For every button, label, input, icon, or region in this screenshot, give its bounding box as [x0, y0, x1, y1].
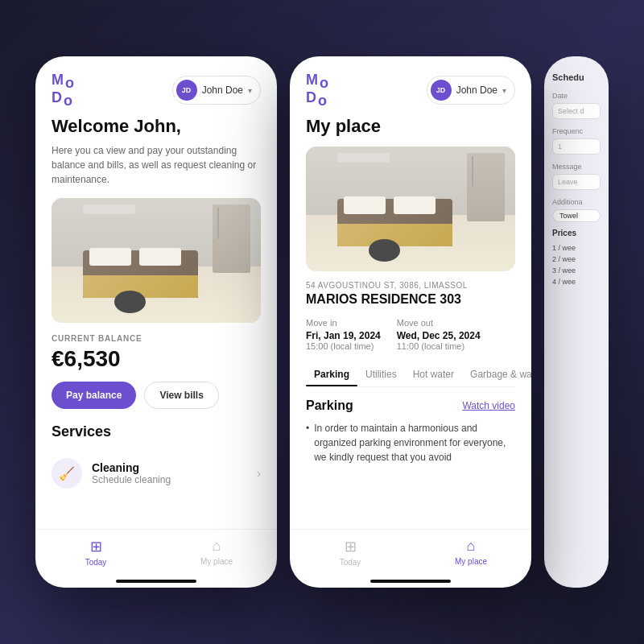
tab-hot-water[interactable]: Hot water — [405, 364, 462, 386]
nav-today-1[interactable]: ⊞ Today — [35, 538, 156, 567]
logo-m: M — [52, 72, 64, 90]
phone-3-partial: Schedu Date Select d Frequenc 1 Message … — [544, 56, 609, 588]
logo-m2: M — [306, 72, 318, 90]
service-name: Cleaning — [92, 461, 247, 474]
app-header-1: M o D o JD John Doe ▾ — [35, 56, 277, 116]
message-value: Leave — [552, 174, 601, 190]
frequency-value: 1 — [552, 138, 601, 155]
towel-tag[interactable]: Towel — [552, 209, 601, 222]
view-bills-button[interactable]: View bills — [144, 382, 218, 409]
room-image-1 — [52, 198, 261, 323]
phone2-content: My place 54 AVGOUSTINOU ST, 3086, LIMASS… — [290, 116, 531, 529]
watch-video-link[interactable]: Watch video — [462, 400, 515, 411]
logo-1: M o D o — [52, 72, 74, 108]
move-in-time: 15:00 (local time) — [306, 341, 381, 351]
frequency-label: Frequenc — [552, 127, 601, 135]
prices-title: Prices — [552, 229, 601, 237]
tab-garbage[interactable]: Garbage & wast — [462, 364, 531, 386]
nav-myplace-label-1: My place — [200, 557, 233, 566]
user-pill-1[interactable]: JD John Doe ▾ — [172, 76, 261, 105]
price-item-4: 4 / wee — [552, 278, 601, 286]
additional-label: Additiona — [552, 198, 601, 206]
bottom-nav-1: ⊞ Today ⌂ My place — [35, 529, 277, 580]
move-out-time: 11:00 (local time) — [397, 341, 481, 351]
logo-d: D — [52, 90, 62, 108]
move-out-date: Wed, Dec 25, 2024 — [397, 330, 481, 341]
price-item-1: 1 / wee — [552, 244, 601, 252]
pay-balance-button[interactable]: Pay balance — [52, 382, 136, 409]
room-image-2 — [306, 147, 515, 271]
nav-today-label-2: Today — [340, 558, 361, 567]
my-place-title: My place — [306, 116, 515, 137]
parking-title: Parking — [306, 398, 353, 413]
logo-o1: o — [65, 76, 74, 90]
tabs-row: Parking Utilities Hot water Garbage & wa… — [306, 364, 515, 387]
nav-today-label-1: Today — [85, 558, 107, 567]
place-address: 54 AVGOUSTINOU ST, 3086, LIMASSOL — [306, 281, 515, 290]
app-header-2: M o D o JD John Doe ▾ — [290, 56, 531, 116]
action-buttons: Pay balance View bills — [52, 382, 261, 409]
parking-description: • In order to maintain a harmonious and … — [306, 421, 515, 464]
schedule-title: Schedu — [552, 72, 601, 82]
balance-amount: €6,530 — [52, 346, 261, 372]
balance-label: CURRENT BALANCE — [52, 334, 261, 343]
move-in-label: Move in — [306, 318, 381, 328]
place-name: MARIOS RESIDENCE 303 — [306, 292, 515, 307]
cleaning-icon: 🧹 — [52, 458, 82, 489]
chevron-down-icon-2: ▾ — [502, 86, 506, 95]
arrow-icon: › — [257, 467, 261, 480]
welcome-title: Welcome John, — [52, 116, 261, 137]
myplace-icon: ⌂ — [213, 538, 221, 555]
message-label: Message — [552, 163, 601, 171]
logo-o2: o — [64, 93, 72, 108]
move-in-col: Move in Fri, Jan 19, 2024 15:00 (local t… — [306, 318, 381, 351]
dates-row: Move in Fri, Jan 19, 2024 15:00 (local t… — [306, 318, 515, 351]
nav-myplace-1[interactable]: ⌂ My place — [156, 538, 277, 567]
chevron-down-icon-1: ▾ — [248, 86, 252, 95]
phone-1: M o D o JD John Doe ▾ Welcome John, Here… — [35, 56, 277, 588]
nav-indicator-2 — [370, 580, 451, 583]
logo-o3: o — [320, 76, 328, 90]
welcome-desc: Here you ca view and pay your outstandin… — [52, 143, 261, 187]
tab-parking[interactable]: Parking — [306, 364, 357, 386]
service-sub: Schedule cleaning — [92, 474, 247, 485]
nav-myplace-2[interactable]: ⌂ My place — [411, 538, 531, 567]
logo-o4: o — [318, 93, 327, 108]
user-avatar-2: JD — [431, 80, 452, 101]
cleaning-service-item[interactable]: 🧹 Cleaning Schedule cleaning › — [52, 450, 261, 497]
move-in-date: Fri, Jan 19, 2024 — [306, 330, 381, 341]
price-item-2: 2 / wee — [552, 255, 601, 263]
myplace-icon-2: ⌂ — [467, 538, 476, 555]
today-icon-2: ⊞ — [345, 538, 357, 555]
parking-header: Parking Watch video — [306, 398, 515, 413]
nav-myplace-label-2: My place — [455, 557, 487, 566]
date-value: Select d — [552, 103, 601, 119]
logo-2: M o D o — [306, 72, 328, 108]
move-out-label: Move out — [397, 318, 481, 328]
service-info: Cleaning Schedule cleaning — [92, 461, 247, 485]
move-out-col: Move out Wed, Dec 25, 2024 11:00 (local … — [397, 318, 481, 351]
bottom-nav-2: ⊞ Today ⌂ My place — [290, 529, 531, 580]
user-name-1: John Doe — [202, 85, 243, 96]
user-pill-2[interactable]: JD John Doe ▾ — [427, 76, 515, 105]
price-item-3: 3 / wee — [552, 266, 601, 275]
phone-2: M o D o JD John Doe ▾ My place — [290, 56, 531, 588]
services-title: Services — [52, 423, 261, 440]
user-name-2: John Doe — [456, 85, 497, 96]
date-label: Date — [552, 92, 601, 100]
nav-indicator-1 — [116, 580, 196, 583]
logo-d2: D — [306, 90, 316, 108]
tab-utilities[interactable]: Utilities — [357, 364, 405, 386]
user-avatar-1: JD — [176, 80, 197, 101]
nav-today-2[interactable]: ⊞ Today — [290, 538, 411, 567]
today-icon: ⊞ — [90, 538, 102, 555]
phone1-content: Welcome John, Here you ca view and pay y… — [35, 116, 277, 529]
